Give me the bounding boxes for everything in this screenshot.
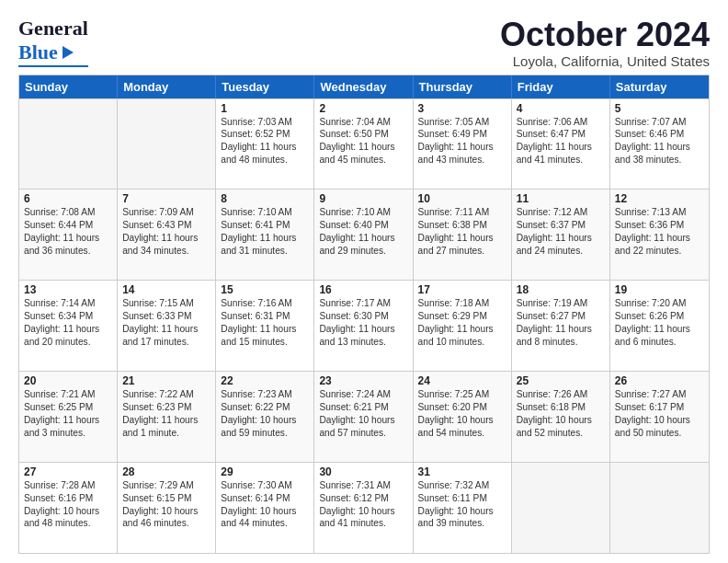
calendar-row-3: 13Sunrise: 7:14 AM Sunset: 6:34 PM Dayli… bbox=[19, 280, 709, 371]
logo-blue: Blue bbox=[18, 40, 58, 64]
calendar: Sunday Monday Tuesday Wednesday Thursday… bbox=[18, 75, 710, 554]
cell-details: Sunrise: 7:05 AM Sunset: 6:49 PM Dayligh… bbox=[418, 116, 506, 167]
table-row: 25Sunrise: 7:26 AM Sunset: 6:18 PM Dayli… bbox=[512, 372, 610, 462]
day-number: 29 bbox=[221, 465, 309, 478]
location: Loyola, California, United States bbox=[500, 53, 710, 69]
cell-details: Sunrise: 7:30 AM Sunset: 6:14 PM Dayligh… bbox=[221, 479, 309, 530]
table-row: 11Sunrise: 7:12 AM Sunset: 6:37 PM Dayli… bbox=[512, 190, 610, 280]
day-number: 4 bbox=[517, 102, 605, 115]
day-number: 11 bbox=[517, 192, 605, 205]
table-row: 6Sunrise: 7:08 AM Sunset: 6:44 PM Daylig… bbox=[19, 190, 118, 280]
cell-details: Sunrise: 7:18 AM Sunset: 6:29 PM Dayligh… bbox=[418, 297, 506, 348]
day-number: 27 bbox=[24, 465, 112, 478]
day-number: 13 bbox=[24, 283, 112, 296]
cell-details: Sunrise: 7:04 AM Sunset: 6:50 PM Dayligh… bbox=[319, 116, 407, 167]
cell-details: Sunrise: 7:08 AM Sunset: 6:44 PM Dayligh… bbox=[24, 206, 112, 257]
calendar-body: 1Sunrise: 7:03 AM Sunset: 6:52 PM Daylig… bbox=[19, 98, 709, 553]
header-thursday: Thursday bbox=[414, 75, 512, 98]
cell-details: Sunrise: 7:17 AM Sunset: 6:30 PM Dayligh… bbox=[319, 297, 407, 348]
table-row: 8Sunrise: 7:10 AM Sunset: 6:41 PM Daylig… bbox=[216, 190, 314, 280]
cell-details: Sunrise: 7:29 AM Sunset: 6:15 PM Dayligh… bbox=[122, 479, 210, 530]
calendar-row-1: 1Sunrise: 7:03 AM Sunset: 6:52 PM Daylig… bbox=[19, 98, 709, 190]
calendar-header: Sunday Monday Tuesday Wednesday Thursday… bbox=[19, 75, 709, 98]
day-number: 3 bbox=[418, 102, 506, 115]
header: General Blue October 2024 Loyola, Califo… bbox=[18, 17, 710, 69]
cell-details: Sunrise: 7:16 AM Sunset: 6:31 PM Dayligh… bbox=[221, 297, 309, 348]
cell-details: Sunrise: 7:27 AM Sunset: 6:17 PM Dayligh… bbox=[615, 388, 704, 439]
logo-line2: Blue bbox=[18, 40, 88, 64]
table-row: 30Sunrise: 7:31 AM Sunset: 6:12 PM Dayli… bbox=[314, 463, 413, 553]
day-number: 1 bbox=[221, 102, 309, 115]
day-number: 18 bbox=[517, 283, 605, 296]
table-row: 16Sunrise: 7:17 AM Sunset: 6:30 PM Dayli… bbox=[314, 281, 413, 371]
day-number: 21 bbox=[122, 374, 210, 387]
cell-details: Sunrise: 7:32 AM Sunset: 6:11 PM Dayligh… bbox=[418, 479, 506, 530]
table-row: 31Sunrise: 7:32 AM Sunset: 6:11 PM Dayli… bbox=[414, 463, 512, 553]
page: General Blue October 2024 Loyola, Califo… bbox=[0, 0, 728, 563]
table-row: 2Sunrise: 7:04 AM Sunset: 6:50 PM Daylig… bbox=[314, 99, 413, 190]
header-sunday: Sunday bbox=[19, 75, 118, 98]
calendar-row-5: 27Sunrise: 7:28 AM Sunset: 6:16 PM Dayli… bbox=[19, 462, 709, 553]
day-number: 22 bbox=[221, 374, 309, 387]
table-row: 22Sunrise: 7:23 AM Sunset: 6:22 PM Dayli… bbox=[216, 372, 314, 462]
day-number: 25 bbox=[517, 374, 605, 387]
table-row bbox=[610, 463, 709, 553]
table-row: 10Sunrise: 7:11 AM Sunset: 6:38 PM Dayli… bbox=[414, 190, 512, 280]
header-friday: Friday bbox=[512, 75, 610, 98]
cell-details: Sunrise: 7:12 AM Sunset: 6:37 PM Dayligh… bbox=[517, 206, 605, 257]
calendar-row-2: 6Sunrise: 7:08 AM Sunset: 6:44 PM Daylig… bbox=[19, 189, 709, 280]
table-row: 9Sunrise: 7:10 AM Sunset: 6:40 PM Daylig… bbox=[314, 190, 413, 280]
cell-details: Sunrise: 7:15 AM Sunset: 6:33 PM Dayligh… bbox=[122, 297, 210, 348]
day-number: 31 bbox=[418, 465, 506, 478]
day-number: 6 bbox=[24, 192, 112, 205]
header-wednesday: Wednesday bbox=[314, 75, 413, 98]
day-number: 16 bbox=[319, 283, 407, 296]
day-number: 14 bbox=[122, 283, 210, 296]
cell-details: Sunrise: 7:10 AM Sunset: 6:40 PM Dayligh… bbox=[319, 206, 407, 257]
table-row: 26Sunrise: 7:27 AM Sunset: 6:17 PM Dayli… bbox=[610, 372, 709, 462]
table-row: 14Sunrise: 7:15 AM Sunset: 6:33 PM Dayli… bbox=[118, 281, 216, 371]
logo-underline bbox=[18, 65, 88, 67]
day-number: 10 bbox=[418, 192, 506, 205]
table-row: 20Sunrise: 7:21 AM Sunset: 6:25 PM Dayli… bbox=[19, 372, 118, 462]
day-number: 24 bbox=[418, 374, 506, 387]
logo-general: General bbox=[18, 17, 88, 40]
month-title: October 2024 bbox=[500, 17, 710, 53]
day-number: 15 bbox=[221, 283, 309, 296]
title-area: October 2024 Loyola, California, United … bbox=[500, 17, 710, 69]
table-row: 12Sunrise: 7:13 AM Sunset: 6:36 PM Dayli… bbox=[610, 190, 709, 280]
cell-details: Sunrise: 7:13 AM Sunset: 6:36 PM Dayligh… bbox=[615, 206, 704, 257]
day-number: 5 bbox=[615, 102, 704, 115]
table-row: 15Sunrise: 7:16 AM Sunset: 6:31 PM Dayli… bbox=[216, 281, 314, 371]
table-row: 7Sunrise: 7:09 AM Sunset: 6:43 PM Daylig… bbox=[118, 190, 216, 280]
table-row: 3Sunrise: 7:05 AM Sunset: 6:49 PM Daylig… bbox=[414, 99, 512, 190]
table-row: 4Sunrise: 7:06 AM Sunset: 6:47 PM Daylig… bbox=[512, 99, 610, 190]
day-number: 26 bbox=[615, 374, 704, 387]
day-number: 8 bbox=[221, 192, 309, 205]
cell-details: Sunrise: 7:24 AM Sunset: 6:21 PM Dayligh… bbox=[319, 388, 407, 439]
day-number: 7 bbox=[122, 192, 210, 205]
cell-details: Sunrise: 7:14 AM Sunset: 6:34 PM Dayligh… bbox=[24, 297, 112, 348]
day-number: 23 bbox=[319, 374, 407, 387]
cell-details: Sunrise: 7:28 AM Sunset: 6:16 PM Dayligh… bbox=[24, 479, 112, 530]
cell-details: Sunrise: 7:31 AM Sunset: 6:12 PM Dayligh… bbox=[319, 479, 407, 530]
table-row: 5Sunrise: 7:07 AM Sunset: 6:46 PM Daylig… bbox=[610, 99, 709, 190]
table-row: 28Sunrise: 7:29 AM Sunset: 6:15 PM Dayli… bbox=[118, 463, 216, 553]
table-row: 19Sunrise: 7:20 AM Sunset: 6:26 PM Dayli… bbox=[610, 281, 709, 371]
table-row: 29Sunrise: 7:30 AM Sunset: 6:14 PM Dayli… bbox=[216, 463, 314, 553]
table-row: 1Sunrise: 7:03 AM Sunset: 6:52 PM Daylig… bbox=[216, 99, 314, 190]
cell-details: Sunrise: 7:09 AM Sunset: 6:43 PM Dayligh… bbox=[122, 206, 210, 257]
table-row: 24Sunrise: 7:25 AM Sunset: 6:20 PM Dayli… bbox=[414, 372, 512, 462]
cell-details: Sunrise: 7:23 AM Sunset: 6:22 PM Dayligh… bbox=[221, 388, 309, 439]
cell-details: Sunrise: 7:07 AM Sunset: 6:46 PM Dayligh… bbox=[615, 116, 704, 167]
cell-details: Sunrise: 7:21 AM Sunset: 6:25 PM Dayligh… bbox=[24, 388, 112, 439]
header-monday: Monday bbox=[118, 75, 216, 98]
cell-details: Sunrise: 7:19 AM Sunset: 6:27 PM Dayligh… bbox=[517, 297, 605, 348]
table-row: 13Sunrise: 7:14 AM Sunset: 6:34 PM Dayli… bbox=[19, 281, 118, 371]
day-number: 9 bbox=[319, 192, 407, 205]
day-number: 30 bbox=[319, 465, 407, 478]
logo: General Blue bbox=[18, 17, 88, 67]
day-number: 17 bbox=[418, 283, 506, 296]
day-number: 19 bbox=[615, 283, 704, 296]
day-number: 28 bbox=[122, 465, 210, 478]
